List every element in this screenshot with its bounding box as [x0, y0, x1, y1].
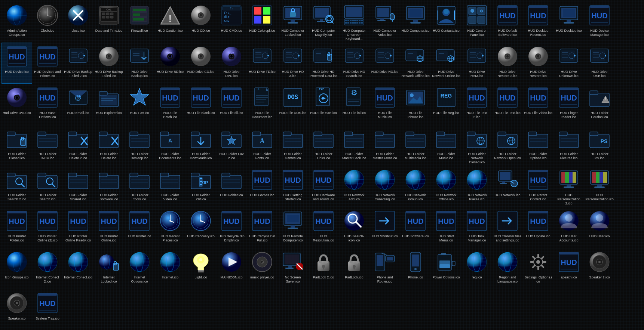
icon-item-54[interactable]: HUD File Picture.ico — [400, 84, 431, 125]
icon-item-117[interactable]: HUD Transfer files and settings.ico — [492, 207, 523, 248]
icon-item-19[interactable]: HUD Desktop.ico — [553, 1, 584, 43]
icon-item-4[interactable]: CAL Date and Time.ico — [93, 1, 124, 43]
icon-item-2[interactable]: Clock.ico — [32, 1, 63, 43]
icon-item-67[interactable]: HUD Folder Downloads.ico — [185, 125, 216, 166]
icon-item-47[interactable]: HUD HUD File Blank.ico — [185, 84, 216, 125]
icon-item-18[interactable]: HUD HUD Desktop Recent.ico — [523, 1, 553, 43]
icon-item-13[interactable]: HUD Computer Voice.ico — [369, 1, 400, 43]
icon-item-65[interactable]: HUD Folder Desktop.ico — [124, 125, 155, 166]
icon-item-52[interactable]: ⚙ HUD File ini.ico — [339, 84, 369, 125]
icon-item-79[interactable]: HUD Folder Pictures.ico — [553, 125, 584, 166]
icon-item-38[interactable]: HUD Drive Restore.ico — [523, 43, 553, 84]
icon-item-142[interactable]: HUD System Tray.ico — [32, 289, 63, 330]
icon-item-7[interactable]: HUD CD.ico — [185, 1, 216, 43]
icon-item-89[interactable]: HUD HUD Games.ico — [247, 166, 277, 207]
icon-item-32[interactable]: HUD Drive HD Search.ico — [339, 43, 369, 84]
icon-item-137[interactable]: Region and Language.ico — [492, 248, 523, 289]
icon-item-123[interactable]: Internet Conect.ico — [63, 248, 93, 289]
icon-item-23[interactable]: HUD Drive Backup Failed 2.ico — [63, 43, 93, 84]
icon-item-100[interactable]: HUD Personalization.ico — [584, 166, 615, 207]
icon-item-133[interactable]: Phone and Router.ico — [369, 248, 400, 289]
icon-item-110[interactable]: HUD Remote Computer.ico — [277, 207, 308, 248]
icon-item-128[interactable]: MAINICON.ico — [216, 248, 247, 289]
icon-item-24[interactable]: HUD Drive Backup Failed.ico — [93, 43, 124, 84]
icon-item-102[interactable]: HUD HUD Printer Online (2).ico — [32, 207, 63, 248]
icon-item-5[interactable]: Firewall.ico — [124, 1, 155, 43]
icon-item-86[interactable]: HUD Folder Video.ico — [155, 166, 185, 207]
icon-item-91[interactable]: HUD HUD Hardware and sound.ico — [308, 166, 339, 207]
icon-item-99[interactable]: HUD Personalization 2.ico — [553, 166, 584, 207]
icon-item-60[interactable]: ! HUD Folder Caution.ico — [584, 84, 615, 125]
icon-item-97[interactable]: HUD Network.ico — [492, 166, 523, 207]
icon-item-25[interactable]: HUD Drive Backup.ico — [124, 43, 155, 84]
icon-item-74[interactable]: HUD Folder Multimedia.ico — [400, 125, 431, 166]
icon-item-31[interactable]: HUD Drive HD Protected Data.ico — [308, 43, 339, 84]
icon-item-82[interactable]: HUD Folder Search.ico — [32, 166, 63, 207]
icon-item-34[interactable]: HUD Drive Network Offline.ico — [400, 43, 431, 84]
icon-item-125[interactable]: Internet Options.ico — [124, 248, 155, 289]
icon-item-12[interactable]: HUD Computer Onscreen Keyboard... — [339, 1, 369, 43]
icon-item-126[interactable]: Internet.ico — [155, 248, 185, 289]
icon-item-41[interactable]: DVD Hud Drive DVD.ico — [1, 84, 32, 125]
icon-item-84[interactable]: HUD Folder Software.ico — [93, 166, 124, 207]
icon-item-104[interactable]: HUD HUD Printer Online.ico — [93, 207, 124, 248]
icon-item-78[interactable]: HUD Folder Options.ico — [523, 125, 553, 166]
icon-item-8[interactable]: C: C:>_ dir cmd HUD CMD.ico — [216, 1, 247, 43]
icon-item-107[interactable]: HUD Recovery.ico — [185, 207, 216, 248]
icon-item-62[interactable]: HUD Folder DATA.ico — [32, 125, 63, 166]
icon-item-33[interactable]: HUD Drive HD.ico — [369, 43, 400, 84]
icon-item-59[interactable]: HUD HUD Finger reader.ico — [553, 84, 584, 125]
icon-item-30[interactable]: HUD Drive HD 3.ico — [277, 43, 308, 84]
icon-item-135[interactable]: Power Options.ico — [431, 248, 461, 289]
icon-item-131[interactable]: PadLock 2.ico — [308, 248, 339, 289]
icon-item-116[interactable]: HUD HUD Task Manager.ico — [461, 207, 492, 248]
icon-item-9[interactable]: HUD Colorcpl.ico — [247, 1, 277, 43]
icon-item-108[interactable]: HUD HUD Recycle Bin Empty.ico — [216, 207, 247, 248]
icon-item-112[interactable]: HUD Search-icon.ico — [339, 207, 369, 248]
icon-item-122[interactable]: Internet Conect 2.ico — [32, 248, 63, 289]
icon-item-101[interactable]: HUD HUD Printer Folder.ico — [1, 207, 32, 248]
icon-item-80[interactable]: PS HUD Folder PS.ico — [584, 125, 615, 166]
icon-item-27[interactable]: HUD Drive CD.ico — [185, 43, 216, 84]
icon-item-43[interactable]: @ HUD Email.ico — [63, 84, 93, 125]
icon-item-66[interactable]: A HUD Folder Documents.ico — [155, 125, 185, 166]
icon-item-92[interactable]: HUD Network Add.ico — [339, 166, 369, 207]
icon-item-130[interactable]: No Screen Saver.ico — [277, 248, 308, 289]
icon-item-46[interactable]: HUD HUD File Batch.ico — [155, 84, 185, 125]
icon-item-20[interactable]: HUD HUD Device Manager.ico — [584, 1, 615, 43]
icon-item-114[interactable]: HUD HUD Software.ico — [400, 207, 431, 248]
icon-item-42[interactable]: HUD HUD Ease Options.ico — [32, 84, 63, 125]
icon-item-45[interactable]: HUD Fav.ico — [124, 84, 155, 125]
icon-item-15[interactable]: HUD Contacts.ico — [431, 1, 461, 43]
icon-item-16[interactable]: ⚙ HUD Control Panel.ico — [461, 1, 492, 43]
icon-item-127[interactable]: Light.ico — [185, 248, 216, 289]
icon-item-98[interactable]: HUD HUD Parent Control.ico — [523, 166, 553, 207]
icon-item-28[interactable]: DVD HUD Drive DVD.ico — [216, 43, 247, 84]
icon-item-17[interactable]: HUD HUD Default Software.ico — [492, 1, 523, 43]
icon-item-94[interactable]: HUD Network Group.ico — [400, 166, 431, 207]
icon-item-6[interactable]: ! HUD Caution.ico — [155, 1, 185, 43]
icon-item-88[interactable]: HUD Folder.ico — [216, 166, 247, 207]
icon-item-36[interactable]: HUD Drive RAM.ico — [461, 43, 492, 84]
icon-item-77[interactable]: HUD Folder Network Open.ico — [492, 125, 523, 166]
icon-item-118[interactable]: HUD HUD Update.ico — [523, 207, 553, 248]
icon-item-72[interactable]: HUD Folder Master Back.ico — [339, 125, 369, 166]
icon-item-57[interactable]: HUD HUD File Text.ico — [492, 84, 523, 125]
icon-item-11[interactable]: HUD Computer Magnify.ico — [308, 1, 339, 43]
icon-item-55[interactable]: REG HUD File Reg.ico — [431, 84, 461, 125]
icon-item-40[interactable]: HUD Drive USB.ico — [584, 43, 615, 84]
icon-item-71[interactable]: HUD Folder Links.ico — [308, 125, 339, 166]
icon-item-136[interactable]: reg.ico — [461, 248, 492, 289]
icon-item-29[interactable]: HUD Drive FD.ico — [247, 43, 277, 84]
icon-item-53[interactable]: HUD HUD File Music.ico — [369, 84, 400, 125]
icon-item-26[interactable]: BD HUD Drive BD.ico — [155, 43, 185, 84]
icon-item-109[interactable]: HUD HUD Recycle Bin Full.ico — [247, 207, 277, 248]
icon-item-93[interactable]: HUD Network Conecting.ico — [369, 166, 400, 207]
icon-item-21[interactable]: HUD HUD Device.ico — [1, 43, 32, 84]
icon-item-69[interactable]: A HUD Folder Fonts.ico — [247, 125, 277, 166]
icon-item-111[interactable]: HUD HUD Resolution.ico — [308, 207, 339, 248]
icon-item-68[interactable]: HUD Folder Fav 2.ico — [216, 125, 247, 166]
icon-item-83[interactable]: HUD Folder Shared.ico — [63, 166, 93, 207]
icon-item-85[interactable]: HUD Folder Tools.ico — [124, 166, 155, 207]
icon-item-3[interactable]: close.ico — [63, 1, 93, 43]
